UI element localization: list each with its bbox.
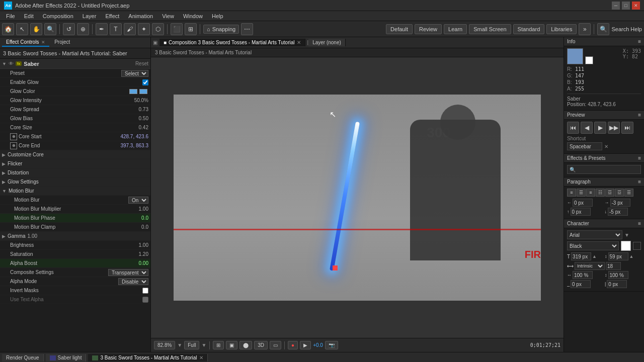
motion-blur-section[interactable]: ▼ Motion Blur — [0, 187, 150, 196]
main-comp-close[interactable]: ✕ — [199, 355, 203, 360]
effects-presets-header[interactable]: Effects & Presets ≡ — [564, 154, 644, 163]
justify-center-btn[interactable]: ☲ — [605, 189, 614, 197]
align-left-btn[interactable]: ≡ — [567, 189, 576, 197]
maximize-button[interactable]: □ — [622, 2, 630, 10]
close-button[interactable]: ✕ — [632, 2, 640, 10]
align-center-btn[interactable]: ☰ — [577, 189, 586, 197]
glow-spread-row[interactable]: Glow Spread 0.73 — [0, 105, 150, 114]
minimize-button[interactable]: ─ — [612, 2, 620, 10]
preset-row[interactable]: Preset Select — [0, 69, 150, 78]
tab-effect-controls[interactable]: Effect Controls ✕ — [2, 38, 49, 47]
viewer-play-btn[interactable]: ▶ — [300, 341, 311, 349]
workspace-review[interactable]: Review — [415, 24, 442, 34]
glow-bias-row[interactable]: Glow Bias 0.50 — [0, 114, 150, 123]
workspace-expand[interactable]: » — [579, 23, 591, 35]
preview-options[interactable]: ≡ — [638, 112, 641, 118]
saber-visibility-icon[interactable]: 👁 — [9, 61, 14, 66]
core-start-row[interactable]: ⊕ Core Start 428.7, 423.6 — [0, 132, 150, 141]
horiz-scale-input[interactable] — [573, 271, 593, 279]
line-height-up[interactable]: ▲ — [629, 254, 634, 259]
preview-play[interactable]: ▶ — [594, 122, 606, 134]
distortion-section[interactable]: ▶ Distortion — [0, 168, 150, 177]
null-tool[interactable]: ⊞ — [185, 23, 197, 35]
invert-masks-row[interactable]: Invert Masks — [0, 286, 150, 295]
brightness-row[interactable]: Brightness 1.00 — [0, 241, 150, 250]
shortcut-clear[interactable]: ✕ — [604, 144, 608, 149]
tab-project[interactable]: Project — [50, 38, 74, 47]
menu-animation[interactable]: Animation — [124, 12, 157, 20]
glow-color-row[interactable]: Glow Color — [0, 87, 150, 96]
motion-blur-row[interactable]: Motion Blur On — [0, 196, 150, 205]
paragraph-options[interactable]: ≡ — [638, 179, 641, 185]
workspace-small-screen[interactable]: Small Screen — [469, 24, 511, 34]
viewer-snapshot-btn[interactable]: 📷 — [325, 341, 338, 349]
main-comp-tab[interactable]: 3 Basic Sword Tosses - Martial Arts Tuto… — [88, 354, 207, 361]
character-panel-header[interactable]: Character ≡ — [564, 219, 644, 228]
tracking-select[interactable]: Intrinsic — [575, 262, 605, 270]
comp-tab-close[interactable]: ✕ — [297, 40, 301, 45]
alpha-boost-row[interactable]: Alpha Boost 0.00 — [0, 259, 150, 268]
text-tool[interactable]: T — [110, 23, 122, 35]
core-end-coord-icon[interactable]: ⊕ — [10, 142, 17, 149]
menu-composition[interactable]: Composition — [39, 12, 77, 20]
core-size-row[interactable]: Core Size 0.42 — [0, 123, 150, 132]
snap-options[interactable]: ⋯ — [241, 23, 253, 35]
core-end-row[interactable]: ⊕ Core End 397.3, 863.3 — [0, 141, 150, 150]
enable-glow-row[interactable]: Enable Glow — [0, 78, 150, 87]
motion-blur-clamp-row[interactable]: Motion Blur Clamp 0.0 — [0, 223, 150, 232]
composite-settings-select[interactable]: Transparent — [108, 269, 148, 276]
flicker-section[interactable]: ▶ Flicker — [0, 159, 150, 168]
tracking-value-input[interactable] — [606, 262, 621, 270]
info-small-swatch[interactable] — [585, 56, 593, 64]
brush-tool[interactable]: 🖌 — [124, 23, 136, 35]
rotate-tool[interactable]: ↺ — [63, 23, 75, 35]
gamma-section[interactable]: ▶ Gamma 1.00 — [0, 232, 150, 241]
preview-first-frame[interactable]: ⏮ — [567, 122, 579, 134]
menu-window[interactable]: Window — [179, 12, 207, 20]
vert-scale-input[interactable] — [608, 271, 628, 279]
motion-blur-multiplier-row[interactable]: Motion Blur Multiplier 1.00 — [0, 205, 150, 214]
quality-dropdown[interactable]: ▼ — [201, 342, 206, 348]
quality-btn[interactable]: Full — [184, 341, 199, 349]
paragraph-panel-header[interactable]: Paragraph ≡ — [564, 177, 644, 187]
camera-orbit-tool[interactable]: ⊕ — [77, 23, 89, 35]
zoom-dropdown[interactable]: ▼ — [177, 342, 182, 348]
zoom-tool[interactable]: 🔍 — [44, 23, 56, 35]
composition-tab-active[interactable]: ■ Composition 3 Basic Sword Tosses - Mar… — [159, 39, 305, 46]
saturation-row[interactable]: Saturation 1.20 — [0, 250, 150, 259]
indent-right-input[interactable] — [610, 199, 630, 207]
preview-next-frame[interactable]: ▶▶ — [608, 122, 620, 134]
viewer-region-btn[interactable]: ▭ — [270, 341, 281, 349]
font-family-select[interactable]: Arial — [567, 230, 622, 239]
invert-masks-checkbox[interactable] — [142, 288, 148, 294]
workspace-learn[interactable]: Learn — [444, 24, 467, 34]
shortcut-input[interactable] — [567, 142, 602, 150]
viewer-trans-btn[interactable]: ⬤ — [239, 341, 252, 349]
render-queue-tab[interactable]: Render Queue — [2, 354, 44, 361]
character-options[interactable]: ≡ — [638, 221, 641, 226]
char-font-options[interactable]: ▼ — [624, 232, 629, 238]
tsume-input[interactable] — [607, 280, 627, 288]
info-panel-header[interactable]: Info ≡ — [564, 37, 644, 46]
line-height-input[interactable] — [608, 252, 628, 260]
indent-left-input[interactable] — [573, 199, 593, 207]
motion-blur-phase-row[interactable]: Motion Blur Phase 0.0 — [0, 214, 150, 223]
pen-tool[interactable]: ✒ — [96, 23, 108, 35]
snapping-toggle[interactable]: ⌂ Snapping — [203, 25, 239, 34]
core-start-coord-icon[interactable]: ⊕ — [10, 133, 17, 140]
effects-presets-options[interactable]: ≡ — [638, 155, 641, 161]
text-bg-swatch[interactable] — [633, 242, 641, 250]
justify-right-btn[interactable]: ☲ — [615, 189, 624, 197]
font-size-input[interactable] — [571, 252, 591, 260]
preview-prev-frame[interactable]: ◀ — [581, 122, 593, 134]
saber-effect-header[interactable]: ▼ 👁 fx Saber Reset — [0, 59, 150, 69]
info-color-swatch[interactable] — [567, 48, 583, 64]
glow-intensity-row[interactable]: Glow Intensity 50.0% — [0, 96, 150, 105]
customize-core-section[interactable]: ▶ Customize Core — [0, 150, 150, 159]
effects-search[interactable] — [567, 165, 641, 174]
effect-controls-tab-close[interactable]: ✕ — [41, 40, 45, 45]
align-right-btn[interactable]: ≡ — [586, 189, 595, 197]
workspace-standard[interactable]: Standard — [513, 24, 545, 34]
menu-edit[interactable]: Edit — [20, 12, 38, 20]
zoom-display[interactable]: 82.8% — [154, 341, 175, 349]
